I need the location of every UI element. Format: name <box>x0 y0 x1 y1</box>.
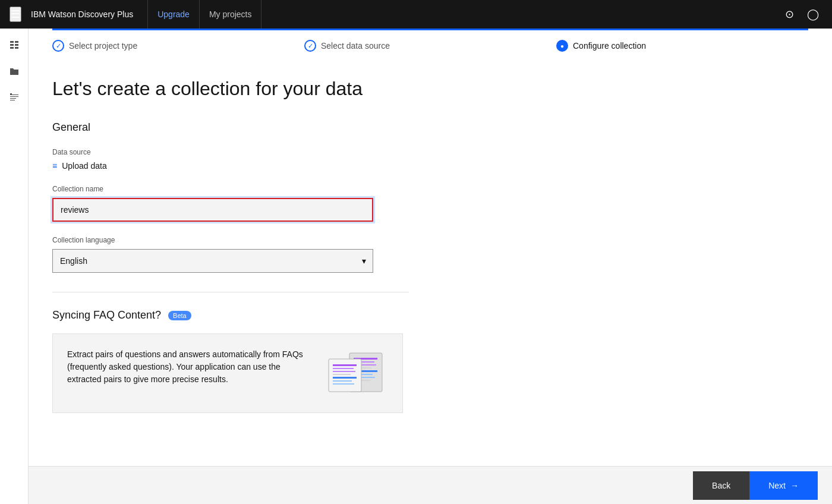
folder-icon <box>10 67 19 76</box>
sidebar-item-grid[interactable] <box>2 33 26 57</box>
step-active-icon: ● <box>556 40 568 52</box>
step-label-configure: Configure collection <box>573 41 646 51</box>
help-button[interactable]: ⊙ <box>780 5 799 24</box>
page-title: Let's create a collection for your data <box>52 78 808 100</box>
step-configure-collection: ● Configure collection <box>556 40 808 52</box>
sidebar-item-collections[interactable] <box>2 86 26 109</box>
svg-rect-4 <box>10 47 14 49</box>
step-label-project-type: Select project type <box>69 41 137 51</box>
sidebar <box>0 29 29 504</box>
collection-language-label: Collection language <box>52 236 808 244</box>
step-select-project-type: ✓ Select project type <box>52 40 304 52</box>
faq-illustration <box>323 348 388 398</box>
step-label-data-source: Select data source <box>321 41 390 51</box>
collections-icon <box>10 93 19 102</box>
form-content: Let's create a collection for your data … <box>29 59 832 466</box>
collection-name-label: Collection name <box>52 185 808 193</box>
collection-language-select[interactable]: EnglishFrenchGermanSpanishItalianJapanes… <box>52 249 373 273</box>
upload-data-icon: ≡ <box>52 161 57 171</box>
my-projects-link[interactable]: My projects <box>200 0 262 29</box>
svg-rect-10 <box>10 93 12 94</box>
data-source-value: ≡ Upload data <box>52 161 808 171</box>
svg-rect-22 <box>333 368 354 369</box>
stepper-steps: ✓ Select project type ✓ Select data sour… <box>52 30 808 59</box>
top-nav-icons: ⊙ ◯ <box>780 5 822 24</box>
faq-section-header: Syncing FAQ Content? Beta <box>52 309 808 322</box>
top-nav-links: Upgrade My projects <box>147 0 261 29</box>
svg-rect-26 <box>333 380 352 382</box>
svg-rect-27 <box>333 383 354 385</box>
svg-rect-5 <box>15 47 18 49</box>
faq-section-title: Syncing FAQ Content? <box>52 309 161 322</box>
stepper: ✓ Select project type ✓ Select data sour… <box>29 29 832 59</box>
faq-description: Extract pairs of questions and answers a… <box>67 348 308 386</box>
svg-rect-7 <box>10 96 18 97</box>
help-icon: ⊙ <box>785 8 794 21</box>
app-title: IBM Watson Discovery Plus <box>31 10 133 19</box>
svg-rect-1 <box>15 41 18 43</box>
svg-rect-23 <box>333 371 355 372</box>
data-source-label: Data source <box>52 148 808 156</box>
svg-rect-20 <box>329 359 361 392</box>
upgrade-link[interactable]: Upgrade <box>148 0 200 29</box>
general-section-title: General <box>52 121 808 134</box>
step-completed-icon: ✓ <box>52 40 64 52</box>
next-label: Next <box>768 481 786 490</box>
svg-rect-9 <box>10 100 15 100</box>
svg-rect-0 <box>10 41 14 43</box>
svg-rect-24 <box>333 374 351 375</box>
svg-rect-8 <box>10 98 16 99</box>
step-select-data-source: ✓ Select data source <box>304 40 556 52</box>
grid-icon <box>10 40 19 50</box>
collection-language-wrapper: EnglishFrenchGermanSpanishItalianJapanes… <box>52 249 373 273</box>
user-icon: ◯ <box>807 8 819 21</box>
svg-rect-25 <box>333 377 357 379</box>
step-completed-icon-2: ✓ <box>304 40 316 52</box>
footer: Back Next → <box>29 466 832 504</box>
collection-name-input[interactable] <box>52 198 373 222</box>
arrow-icon: → <box>790 481 799 490</box>
back-label: Back <box>712 481 730 490</box>
faq-card: Extract pairs of questions and answers a… <box>52 333 403 413</box>
svg-rect-3 <box>15 44 18 46</box>
sidebar-item-projects[interactable] <box>2 59 26 83</box>
svg-rect-21 <box>333 364 357 366</box>
beta-badge: Beta <box>168 311 191 320</box>
user-profile-button[interactable]: ◯ <box>803 5 822 24</box>
hamburger-menu-button[interactable]: ☰ <box>10 7 21 22</box>
section-divider <box>52 292 409 292</box>
back-button[interactable]: Back <box>693 471 749 500</box>
data-source-text: Upload data <box>62 161 107 171</box>
svg-rect-2 <box>10 44 14 46</box>
main-layout: ✓ Select project type ✓ Select data sour… <box>0 29 832 504</box>
faq-documents-svg <box>323 348 388 396</box>
top-navigation: ☰ IBM Watson Discovery Plus Upgrade My p… <box>0 0 832 29</box>
next-button[interactable]: Next → <box>749 471 818 500</box>
svg-rect-6 <box>10 94 18 95</box>
content-area: ✓ Select project type ✓ Select data sour… <box>29 29 832 504</box>
